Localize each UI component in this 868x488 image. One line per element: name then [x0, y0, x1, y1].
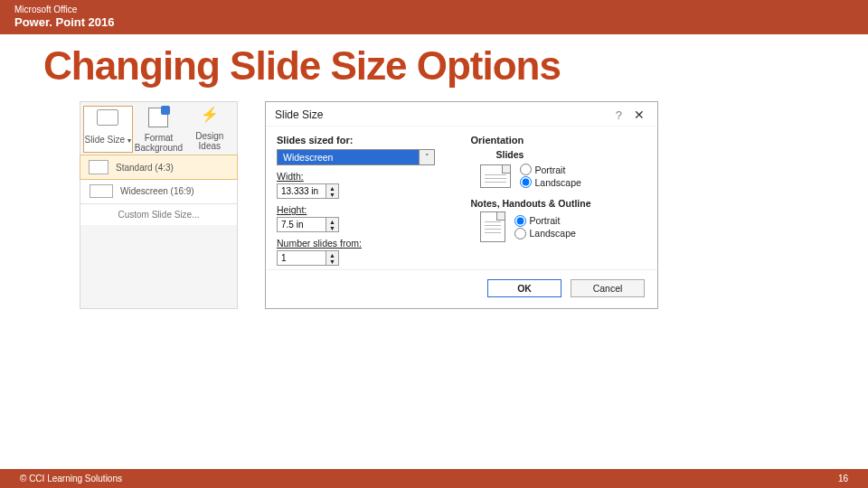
width-spinner[interactable]: ▲▼: [277, 183, 344, 199]
sized-for-combobox[interactable]: Widescreen ˅: [277, 149, 435, 165]
dialog-button-row: OK Cancel: [266, 269, 657, 308]
product-label: Power. Point 2016: [14, 15, 854, 29]
slide-size-dialog: Slide Size ? ✕ Slides sized for: Widescr…: [265, 101, 658, 309]
notes-portrait-radio[interactable]: Portrait: [514, 215, 576, 227]
chevron-down-icon[interactable]: ˅: [419, 149, 435, 165]
slides-radio-group: Portrait Landscape: [520, 163, 581, 189]
spinner-arrows-icon[interactable]: ▲▼: [326, 217, 339, 232]
slides-landscape-radio[interactable]: Landscape: [520, 176, 581, 188]
ok-button[interactable]: OK: [487, 279, 561, 297]
width-label: Width:: [277, 171, 453, 182]
page-landscape-icon: [480, 164, 511, 188]
format-background-icon: [145, 108, 172, 131]
suite-label: Microsoft Office: [14, 5, 854, 14]
dialog-right-column: Orientation Slides Portrait Landscape No…: [471, 132, 647, 266]
sized-for-label: Slides sized for:: [277, 135, 453, 145]
slide-size-button[interactable]: Slide Size ▾: [83, 106, 133, 153]
height-spinner[interactable]: ▲▼: [277, 217, 344, 232]
format-background-button[interactable]: Format Background: [134, 106, 184, 153]
notes-subhead: Notes, Handouts & Outline: [471, 198, 647, 209]
notes-orientation-row: Portrait Landscape: [480, 211, 647, 242]
dialog-help-icon[interactable]: ?: [610, 108, 627, 122]
dialog-left-column: Slides sized for: Widescreen ˅ Width: ▲▼…: [277, 132, 453, 266]
spinner-arrows-icon[interactable]: ▲▼: [326, 250, 339, 266]
slide-title: Changing Slide Size Options: [0, 34, 868, 94]
number-from-label: Number slides from:: [277, 238, 453, 249]
dialog-title-text: Slide Size: [275, 108, 323, 121]
design-ideas-label: Design Ideas: [184, 131, 234, 151]
design-ideas-icon: ⚡: [196, 106, 223, 129]
number-from-spinner[interactable]: ▲▼: [277, 250, 344, 266]
width-input[interactable]: [277, 183, 326, 199]
slide-size-menu: Standard (4:3) Widescreen (16:9) Custom …: [80, 155, 237, 225]
ribbon-customize-group: Slide Size ▾ Format Background ⚡ Design …: [80, 101, 238, 309]
copyright-text: © CCI Learning Solutions: [20, 474, 122, 483]
orientation-heading: Orientation: [471, 135, 647, 145]
dialog-titlebar: Slide Size ? ✕: [266, 102, 657, 127]
sized-for-value: Widescreen: [277, 149, 419, 165]
content-area: Slide Size ▾ Format Background ⚡ Design …: [0, 94, 868, 309]
slides-subhead: Slides: [496, 149, 647, 160]
slide-size-icon: [94, 109, 121, 133]
menu-custom-label: Custom Slide Size...: [118, 210, 199, 220]
slide-header: Microsoft Office Power. Point 2016: [0, 0, 868, 34]
aspect-169-icon: [90, 184, 113, 198]
slide-footer: © CCI Learning Solutions 16: [0, 469, 868, 488]
dropdown-caret-icon: ▾: [127, 136, 131, 145]
slide-size-label: Slide Size: [85, 135, 125, 145]
ribbon-buttons-row: Slide Size ▾ Format Background ⚡ Design …: [80, 102, 237, 155]
dialog-close-icon[interactable]: ✕: [630, 108, 648, 122]
menu-custom-size[interactable]: Custom Slide Size...: [80, 203, 237, 225]
menu-widescreen-169[interactable]: Widescreen (16:9): [80, 179, 237, 203]
menu-standard-43[interactable]: Standard (4:3): [80, 155, 238, 180]
number-from-input[interactable]: [277, 250, 326, 266]
aspect-43-icon: [89, 160, 108, 174]
design-ideas-button[interactable]: ⚡ Design Ideas: [184, 106, 234, 153]
slides-orientation-row: Portrait Landscape: [480, 163, 647, 189]
format-background-label: Format Background: [134, 133, 184, 153]
notes-landscape-radio[interactable]: Landscape: [514, 228, 576, 239]
slides-portrait-radio[interactable]: Portrait: [520, 164, 581, 175]
spinner-arrows-icon[interactable]: ▲▼: [326, 183, 339, 199]
menu-widescreen-label: Widescreen (16:9): [120, 186, 194, 196]
page-number: 16: [838, 474, 848, 483]
height-input[interactable]: [277, 217, 326, 232]
height-label: Height:: [277, 204, 453, 215]
menu-standard-label: Standard (4:3): [116, 163, 174, 173]
dialog-body: Slides sized for: Widescreen ˅ Width: ▲▼…: [266, 127, 657, 269]
cancel-button[interactable]: Cancel: [571, 279, 645, 297]
page-portrait-icon: [480, 211, 505, 242]
notes-radio-group: Portrait Landscape: [514, 214, 576, 240]
